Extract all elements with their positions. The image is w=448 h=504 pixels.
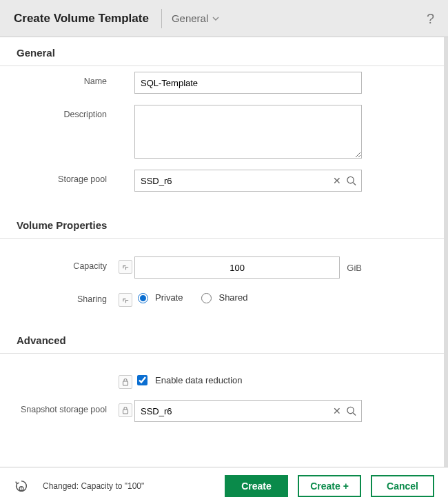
radio-private-label: Private: [155, 292, 183, 303]
chevron-down-icon: [212, 15, 219, 22]
dialog-title: Create Volume Template: [14, 12, 161, 26]
inherit-icon[interactable]: [119, 260, 132, 274]
svg-rect-2: [123, 381, 128, 385]
data-reduction-input[interactable]: [137, 375, 147, 385]
radio-shared[interactable]: Shared: [198, 291, 247, 303]
lock-icon[interactable]: [119, 403, 132, 417]
row-description: Description: [0, 99, 444, 164]
section-advanced-title: Advanced: [0, 325, 444, 353]
row-capacity: Capacity GiB: [0, 251, 444, 284]
capacity-unit: GiB: [347, 263, 362, 273]
clear-icon[interactable]: ✕: [333, 405, 341, 416]
row-sharing: Sharing Private Shared: [0, 284, 444, 312]
storage-pool-input[interactable]: [134, 170, 362, 192]
data-reduction-label: Enable data reduction: [155, 375, 242, 385]
history-icon[interactable]: 5: [14, 478, 29, 494]
snapshot-pool-lookup: ✕: [134, 400, 362, 422]
svg-point-4: [347, 407, 354, 413]
sharing-radio-group: Private Shared: [134, 290, 247, 303]
section-dropdown[interactable]: General: [172, 12, 219, 24]
row-snapshot-pool: Snapshot storage pool ✕: [0, 394, 444, 427]
lock-icon[interactable]: [119, 375, 132, 389]
svg-rect-3: [123, 410, 128, 414]
radio-private[interactable]: Private: [134, 291, 183, 303]
create-button[interactable]: Create: [225, 475, 288, 497]
radio-private-input[interactable]: [138, 293, 148, 303]
cancel-button[interactable]: Cancel: [371, 475, 434, 497]
form-content: General Name Description Storage pool ✕: [0, 37, 448, 467]
storage-pool-lookup: ✕: [134, 170, 362, 192]
help-button[interactable]: ?: [427, 10, 434, 26]
section-general-title: General: [0, 37, 444, 65]
create-plus-button[interactable]: Create +: [298, 475, 361, 497]
row-name: Name: [0, 66, 444, 99]
radio-shared-input[interactable]: [201, 293, 212, 303]
section-volprops-title: Volume Properties: [0, 210, 444, 238]
label-description: Description: [17, 105, 116, 119]
dialog-header: Create Volume Template General ?: [0, 0, 448, 37]
label-capacity: Capacity: [17, 256, 116, 271]
label-name: Name: [17, 72, 116, 86]
changed-status: Changed: Capacity to "100": [43, 481, 215, 491]
search-icon[interactable]: [346, 406, 356, 416]
description-textarea[interactable]: [134, 105, 362, 159]
dialog-footer: 5 Changed: Capacity to "100" Create Crea…: [0, 467, 448, 504]
label-storage-pool: Storage pool: [17, 170, 116, 184]
capacity-input[interactable]: [134, 256, 340, 279]
svg-line-1: [353, 183, 356, 185]
label-sharing: Sharing: [17, 290, 116, 304]
row-storage-pool: Storage pool ✕: [0, 164, 444, 197]
label-snapshot-pool: Snapshot storage pool: [17, 400, 116, 414]
search-icon[interactable]: [346, 176, 356, 186]
header-divider: [161, 9, 162, 28]
data-reduction-checkbox[interactable]: Enable data reduction: [134, 372, 242, 387]
section-dropdown-label: General: [172, 12, 208, 24]
svg-line-5: [353, 413, 356, 416]
row-data-reduction: Enable data reduction: [0, 366, 444, 394]
clear-icon[interactable]: ✕: [333, 175, 341, 186]
inherit-icon[interactable]: [119, 293, 132, 307]
snapshot-pool-input[interactable]: [134, 400, 362, 422]
svg-point-0: [347, 177, 354, 183]
name-input[interactable]: [134, 72, 362, 94]
radio-shared-label: Shared: [218, 292, 247, 303]
